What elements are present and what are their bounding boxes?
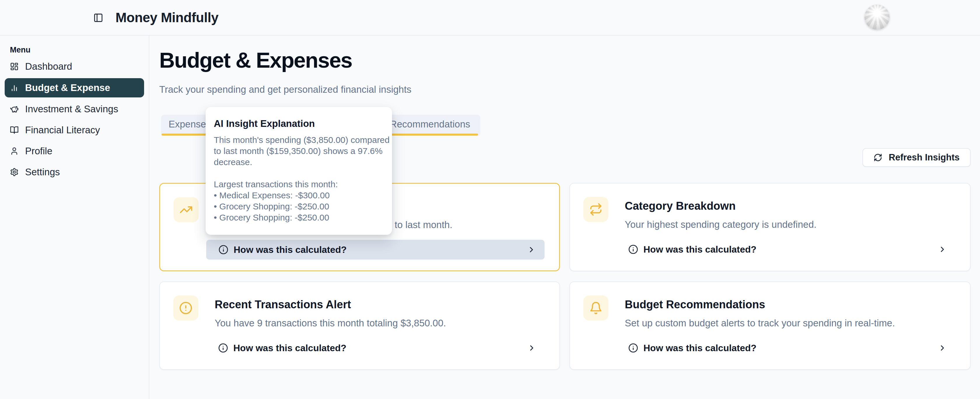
recent-transactions-card: Recent Transactions Alert You have 9 tra… (159, 281, 560, 370)
sidebar-menu-label: Menu (10, 46, 30, 54)
category-breakdown-card: Category Breakdown Your highest spending… (570, 183, 970, 271)
user-avatar[interactable] (864, 5, 889, 30)
info-icon (628, 245, 638, 254)
how-calculated-row-category[interactable]: How was this calculated? (616, 240, 956, 259)
card-description: Set up custom budget alerts to track you… (625, 318, 895, 329)
card-title: Recent Transactions Alert (215, 298, 351, 311)
card-description: Your highest spending category is undefi… (625, 219, 816, 230)
how-calculated-row-transactions[interactable]: How was this calculated? (206, 338, 545, 358)
sidebar-item-profile[interactable]: Profile (0, 142, 149, 161)
popover-line: • Medical Expenses: -$300.00 (214, 190, 384, 201)
page-title: Budget & Expenses (159, 48, 352, 73)
popover-line: to last month ($159,350.00) shows a 97.6… (214, 146, 384, 157)
card-description-fragment: to last month. (395, 219, 452, 230)
refresh-icon (873, 153, 882, 162)
popover-line (214, 168, 384, 179)
refresh-insights-button[interactable]: Refresh Insights (862, 148, 970, 167)
piggy-bank-icon (10, 105, 19, 113)
sidebar-item-investment-savings[interactable]: Investment & Savings (0, 100, 149, 118)
alert-circle-icon (179, 301, 192, 315)
ai-insight-popover: AI Insight Explanation This month's spen… (205, 107, 392, 235)
info-icon (628, 343, 638, 353)
app-header: Money Mindfully (0, 0, 980, 36)
popover-line: This month's spending ($3,850.00) compar… (214, 135, 384, 146)
card-title: Budget Recommendations (625, 298, 765, 311)
sidebar-item-financial-literacy[interactable]: Financial Literacy (0, 121, 149, 140)
panel-left-icon (93, 13, 103, 23)
info-icon (218, 343, 228, 353)
sidebar-nav: Dashboard Budget & Expense Investment & … (0, 57, 149, 181)
trending-up-icon (180, 203, 193, 216)
page-subtitle: Track your spending and get personalized… (159, 84, 412, 95)
how-calculated-label: How was this calculated? (234, 245, 347, 255)
sidebar-item-label: Settings (25, 167, 60, 178)
user-icon (10, 147, 19, 156)
bell-icon-box (583, 296, 608, 321)
book-open-icon (10, 126, 19, 135)
alert-circle-icon-box (173, 296, 198, 321)
sidebar-toggle-button[interactable] (90, 10, 107, 26)
how-calculated-row-budget[interactable]: How was this calculated? (616, 338, 956, 358)
sidebar-item-label: Investment & Savings (25, 103, 118, 114)
popover-line: • Grocery Shopping: -$250.00 (214, 212, 384, 223)
gear-icon (10, 168, 19, 176)
chevron-right-icon (527, 343, 536, 352)
sidebar-item-budget-expense[interactable]: Budget & Expense (5, 78, 144, 97)
how-calculated-row-spending[interactable]: How was this calculated? (206, 240, 544, 259)
trending-up-icon-box (173, 197, 199, 222)
bell-icon (589, 301, 603, 315)
chevron-right-icon (938, 245, 947, 254)
card-title: Category Breakdown (625, 200, 736, 212)
chevron-right-icon (938, 343, 947, 352)
sidebar-item-label: Budget & Expense (25, 82, 110, 93)
repeat-icon (589, 203, 603, 216)
card-description: You have 9 transactions this month total… (215, 318, 446, 329)
sidebar-item-dashboard[interactable]: Dashboard (0, 57, 149, 76)
tab-label: ct Recommendations (380, 119, 470, 130)
sidebar-item-label: Profile (25, 146, 52, 157)
bar-chart-icon (10, 83, 19, 92)
popover-title: AI Insight Explanation (214, 118, 384, 129)
budget-recommendations-card: Budget Recommendations Set up custom bud… (570, 281, 970, 370)
popover-line: decrease. (214, 157, 384, 168)
how-calculated-label: How was this calculated? (643, 343, 757, 353)
how-calculated-label: How was this calculated? (643, 244, 757, 255)
info-icon (218, 245, 228, 254)
popover-line: Largest transactions this month: (214, 179, 384, 190)
chevron-right-icon (527, 245, 536, 254)
app-title: Money Mindfully (116, 0, 218, 35)
sidebar-item-settings[interactable]: Settings (0, 163, 149, 181)
sidebar: Menu Dashboard Budget & Expense Investme… (0, 36, 150, 399)
popover-line: • Grocery Shopping: -$250.00 (214, 201, 384, 212)
sidebar-item-label: Dashboard (25, 61, 72, 72)
dashboard-icon (10, 62, 19, 71)
sidebar-item-label: Financial Literacy (25, 124, 100, 136)
how-calculated-label: How was this calculated? (233, 343, 347, 353)
repeat-icon-box (583, 197, 608, 222)
refresh-label: Refresh Insights (889, 152, 959, 163)
